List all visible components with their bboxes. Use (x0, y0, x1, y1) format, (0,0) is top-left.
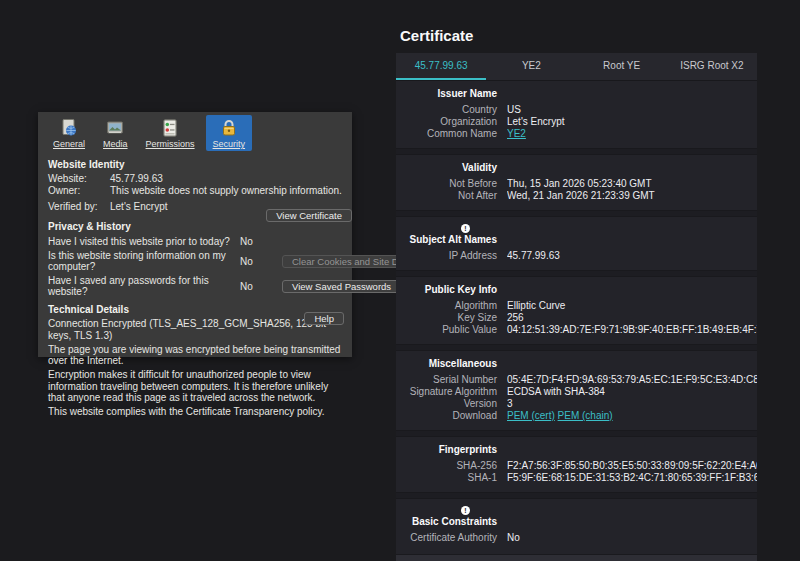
validity-heading: Validity (396, 162, 497, 174)
connection-encrypted-line: Connection Encrypted (TLS_AES_128_GCM_SH… (48, 318, 346, 341)
section-separator (396, 430, 757, 437)
tab-permissions[interactable]: Permissions (139, 115, 202, 151)
tab-media-label: Media (103, 139, 128, 149)
sha256-row: SHA-256 F2:A7:56:3F:85:50:B0:35:E5:50:33… (396, 460, 757, 472)
fingerprints-heading: Fingerprints (396, 444, 497, 456)
section-public-key-info: Public Key Info Algorithm Elliptic Curve… (396, 277, 757, 344)
tab-general-label: General (53, 139, 85, 149)
country-row: Country US (396, 104, 757, 116)
section-fingerprints: Fingerprints SHA-256 F2:A7:56:3F:85:50:B… (396, 437, 757, 492)
public-value-row: Public Value 04:12:51:39:AD:7E:F9:71:9B:… (396, 324, 757, 336)
help-button[interactable]: Help (304, 312, 344, 325)
visited-question: Have I visited this website prior to tod… (48, 236, 240, 247)
section-validity: Validity Not Before Thu, 15 Jan 2026 05:… (396, 155, 757, 210)
basic-constraints-heading: Basic Constraints (396, 516, 497, 528)
certificate-panel: 45.77.99.63 YE2 Root YE ISRG Root X2 Iss… (396, 53, 757, 561)
owner-row: Owner: This website does not supply owne… (48, 185, 344, 197)
section-separator (396, 270, 757, 277)
tab-media[interactable]: Media (96, 115, 135, 151)
view-saved-passwords-button[interactable]: View Saved Passwords (282, 280, 401, 293)
serial-number-row: Serial Number 05:4E:7D:F4:FD:9A:69:53:79… (396, 374, 757, 386)
certificate-authority-row: Certificate Authority No (396, 532, 757, 544)
passwords-answer: No (240, 281, 282, 292)
passwords-question: Have I saved any passwords for this webs… (48, 275, 240, 297)
cert-tab-leaf[interactable]: 45.77.99.63 (396, 53, 486, 80)
section-subject-alt-names: ! Subject Alt Names IP Address 45.77.99.… (396, 217, 757, 270)
section-issuer-name: Issuer Name Country US Organization Let'… (396, 81, 757, 148)
document-globe-icon (59, 118, 79, 138)
critical-extension-icon: ! (461, 506, 470, 515)
tab-security-label: Security (213, 139, 246, 149)
not-before-row: Not Before Thu, 15 Jan 2026 05:23:40 GMT (396, 178, 757, 190)
owner-value: This website does not supply ownership i… (110, 185, 344, 197)
cert-tab-intermediate[interactable]: YE2 (486, 53, 576, 80)
passwords-question-row: Have I saved any passwords for this webs… (48, 275, 344, 297)
verified-by-label: Verified by: (48, 201, 110, 213)
cookies-question: Is this website storing information on m… (48, 250, 240, 272)
website-label: Website: (48, 173, 110, 185)
common-name-row: Common Name YE2 (396, 128, 757, 140)
issuer-name-heading: Issuer Name (396, 88, 497, 100)
section-separator (396, 148, 757, 155)
technical-details-heading: Technical Details (48, 304, 344, 315)
view-certificate-button[interactable]: View Certificate (266, 209, 352, 222)
section-separator (396, 492, 757, 499)
page-info-tab-bar: General Media Permissions (38, 112, 352, 151)
privacy-history-heading: Privacy & History (48, 221, 344, 232)
key-size-row: Key Size 256 (396, 312, 757, 324)
tab-security[interactable]: Security (206, 115, 253, 151)
media-icon (105, 118, 125, 138)
critical-extension-icon: ! (461, 224, 470, 233)
cert-tab-root[interactable]: Root YE (577, 53, 667, 80)
pem-cert-link[interactable]: PEM (cert) (507, 410, 555, 421)
cookies-answer: No (240, 256, 282, 267)
version-row: Version 3 (396, 398, 757, 410)
tab-permissions-label: Permissions (146, 139, 195, 149)
website-identity-heading: Website Identity (48, 159, 344, 170)
certificate-transparency-line: This website complies with the Certifica… (48, 406, 346, 418)
visited-answer: No (240, 236, 282, 247)
certificate-page-title: Certificate (400, 27, 473, 44)
signature-algorithm-row: Signature Algorithm ECDSA with SHA-384 (396, 386, 757, 398)
certificate-details: Issuer Name Country US Organization Let'… (396, 81, 757, 552)
tab-general[interactable]: General (46, 115, 92, 151)
algorithm-row: Algorithm Elliptic Curve (396, 300, 757, 312)
website-value: 45.77.99.63 (110, 173, 344, 185)
not-after-row: Not After Wed, 21 Jan 2026 21:23:39 GMT (396, 190, 757, 202)
section-separator (396, 344, 757, 351)
organization-row: Organization Let's Encrypt (396, 116, 757, 128)
page-encrypted-line: The page you are viewing was encrypted b… (48, 344, 346, 367)
cert-tab-isrg-root-x2[interactable]: ISRG Root X2 (667, 53, 757, 80)
next-section-cutoff-strip (396, 554, 757, 561)
website-row: Website: 45.77.99.63 (48, 173, 344, 185)
owner-label: Owner: (48, 185, 110, 197)
encryption-explanation-line: Encryption makes it difficult for unauth… (48, 369, 346, 404)
security-lock-icon (219, 118, 239, 138)
section-basic-constraints: ! Basic Constraints Certificate Authorit… (396, 499, 757, 552)
page-info-dialog: General Media Permissions (38, 112, 352, 357)
public-key-info-heading: Public Key Info (396, 284, 497, 296)
permissions-checklist-icon (160, 118, 180, 138)
section-separator (396, 210, 757, 217)
common-name-link[interactable]: YE2 (507, 128, 526, 139)
visited-question-row: Have I visited this website prior to tod… (48, 235, 344, 247)
pem-chain-link[interactable]: PEM (chain) (558, 410, 613, 421)
cookies-question-row: Is this website storing information on m… (48, 250, 344, 272)
ip-address-row: IP Address 45.77.99.63 (396, 250, 757, 262)
sha1-row: SHA-1 F5:9F:6E:68:15:DE:31:53:B2:4C:71:8… (396, 472, 757, 484)
certificate-tab-bar: 45.77.99.63 YE2 Root YE ISRG Root X2 (396, 53, 757, 81)
subject-alt-names-heading: Subject Alt Names (396, 234, 497, 246)
section-miscellaneous: Miscellaneous Serial Number 05:4E:7D:F4:… (396, 351, 757, 430)
miscellaneous-heading: Miscellaneous (396, 358, 497, 370)
download-row: Download PEM (cert) PEM (chain) (396, 410, 757, 422)
